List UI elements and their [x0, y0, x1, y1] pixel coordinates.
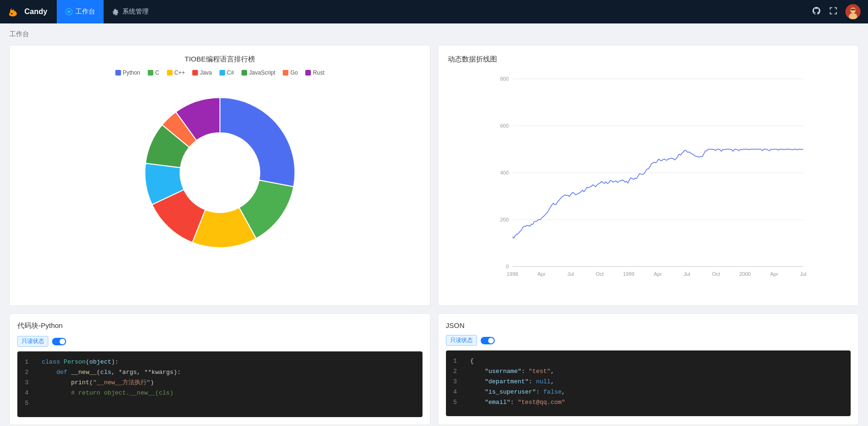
- x-label: Oct: [596, 271, 604, 277]
- legend-item-c++: C++: [167, 69, 185, 76]
- legend-color-c#: [219, 70, 225, 76]
- code-toggle[interactable]: [52, 338, 66, 345]
- code-line-2: 2 def __new__(cls, *args, **kwargs):: [25, 367, 415, 378]
- svg-point-3: [68, 10, 70, 13]
- x-label: Apr: [537, 271, 545, 277]
- y-label: 200: [500, 217, 508, 222]
- logo-area: Candy: [6, 4, 47, 19]
- logo-icon: [6, 4, 21, 19]
- line-chart: 02004006008001998AprJulOct1999AprJulOct2…: [448, 69, 849, 295]
- json-line-4: 4 "is_superuser": false,: [453, 387, 844, 397]
- json-readonly-row: 只读状态: [446, 335, 851, 346]
- code-line-4: 4 # return object.__new__(cls): [25, 388, 415, 398]
- legend-item-c#: C#: [219, 69, 234, 76]
- legend-color-javascript: [242, 70, 247, 76]
- legend-color-c++: [167, 70, 173, 76]
- code-readonly-row: 只读状态: [17, 336, 423, 347]
- code-block-python: 1 class Person(object): 2 def __new__(cl…: [17, 351, 423, 417]
- legend-color-c: [148, 70, 153, 76]
- json-line-3: 3 "department": null,: [453, 377, 844, 387]
- x-label: Jul: [683, 271, 690, 277]
- tiobe-card: TIOBE编程语言排行榜 PythonCC++JavaC#JavaScriptG…: [9, 45, 430, 306]
- legend-item-go: Go: [283, 69, 298, 76]
- donut-segment-python: [220, 98, 295, 187]
- tiobe-title: TIOBE编程语言排行榜: [19, 55, 421, 64]
- tiobe-legend: PythonCC++JavaC#JavaScriptGoRust: [19, 69, 421, 76]
- code-line-1: 1 class Person(object):: [25, 357, 415, 367]
- settings-icon: [112, 8, 120, 15]
- json-readonly-badge: 只读状态: [446, 335, 477, 346]
- app-name: Candy: [24, 8, 47, 16]
- code-card: 代码块-Python 只读状态 1 class Person(object): …: [9, 313, 430, 425]
- avatar[interactable]: [845, 4, 860, 19]
- x-label: Jul: [800, 271, 806, 277]
- legend-color-java: [192, 70, 198, 76]
- json-line-5: 5 "email": "test@qq.com": [453, 397, 844, 408]
- y-label: 800: [500, 76, 508, 82]
- donut-chart-container: [19, 84, 421, 262]
- legend-item-c: C: [148, 69, 159, 76]
- header: Candy 工作台 系统管理: [0, 0, 868, 23]
- json-block: 1 { 2 "username": "test", 3 "department"…: [446, 350, 851, 416]
- legend-color-go: [283, 70, 288, 76]
- code-line-3: 3 print("__new__方法执行"): [25, 378, 415, 388]
- code-card-title: 代码块-Python: [17, 321, 423, 330]
- legend-item-javascript: JavaScript: [242, 69, 275, 76]
- json-line-2: 2 "username": "test",: [453, 366, 844, 377]
- x-label: Apr: [770, 271, 778, 277]
- json-card-title: JSON: [446, 321, 851, 329]
- main-content: TIOBE编程语言排行榜 PythonCC++JavaC#JavaScriptG…: [0, 45, 868, 426]
- nav-system-label: 系统管理: [122, 8, 149, 16]
- legend-item-rust: Rust: [305, 69, 325, 76]
- y-label: 0: [506, 264, 508, 269]
- x-label: Jul: [567, 271, 574, 277]
- code-readonly-badge: 只读状态: [17, 336, 48, 347]
- nav-workbench-label: 工作台: [75, 8, 95, 16]
- github-button[interactable]: [812, 6, 821, 18]
- legend-item-java: Java: [192, 69, 211, 76]
- donut-chart: [131, 84, 309, 262]
- x-label: Apr: [654, 271, 662, 277]
- json-toggle[interactable]: [481, 337, 495, 344]
- legend-item-python: Python: [115, 69, 140, 76]
- legend-color-rust: [305, 70, 311, 76]
- line-chart-title: 动态数据折线图: [448, 55, 849, 64]
- nav-workbench[interactable]: 工作台: [57, 0, 104, 23]
- y-label: 400: [500, 170, 508, 175]
- fullscreen-button[interactable]: [829, 6, 838, 18]
- json-line-1: 1 {: [453, 356, 844, 366]
- workbench-icon: [65, 8, 73, 15]
- x-label: Oct: [712, 271, 720, 277]
- nav-system[interactable]: 系统管理: [104, 0, 157, 23]
- json-card: JSON 只读状态 1 { 2 "username": "test", 3 "d…: [438, 313, 859, 425]
- x-label: 1999: [623, 271, 634, 277]
- x-label: 2000: [739, 271, 750, 277]
- legend-color-python: [115, 70, 121, 76]
- line-chart-card: 动态数据折线图 02004006008001998AprJulOct1999Ap…: [438, 45, 859, 306]
- svg-point-1: [11, 13, 13, 15]
- header-right: [812, 4, 868, 19]
- line-chart-path: [512, 149, 803, 238]
- code-line-5: 5: [25, 398, 415, 409]
- breadcrumb: 工作台: [0, 23, 868, 45]
- y-label: 600: [500, 123, 508, 129]
- x-label: 1998: [506, 271, 518, 277]
